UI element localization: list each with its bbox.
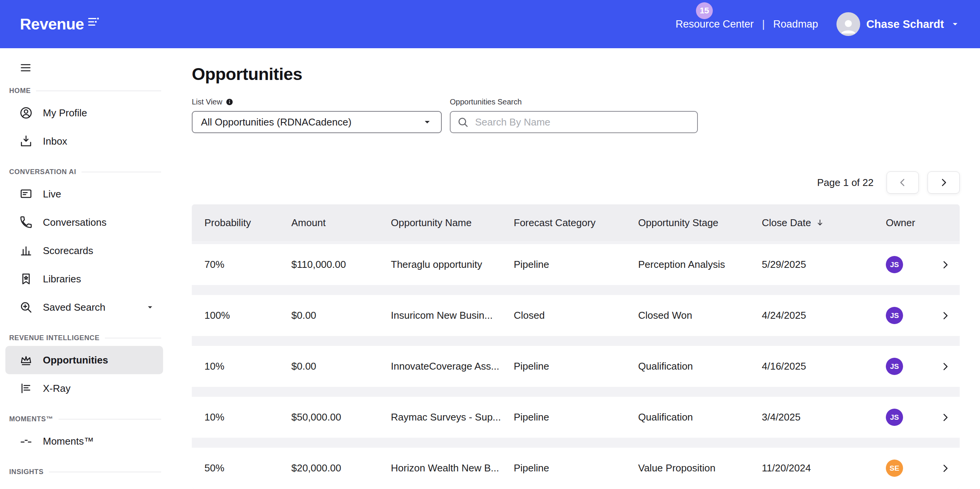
cell-forecast-category: Pipeline [501, 462, 626, 474]
table-body: 70% $110,000.00 Theraglu opportunity Pip… [192, 244, 960, 489]
owner-avatar: JS [886, 409, 903, 426]
prev-page-button[interactable] [887, 171, 919, 194]
section-divider [36, 91, 161, 91]
table-row[interactable]: 100% $0.00 Insuricom New Busin... Closed… [192, 295, 960, 336]
sidebar-item-scorecards[interactable]: Scorecards [5, 236, 163, 265]
cell-opportunity-name: Theraglu opportunity [378, 259, 501, 271]
notification-badge[interactable]: 15 [696, 2, 713, 19]
chevron-right-icon [939, 463, 951, 474]
list-view-label-row: List View [192, 97, 442, 106]
sidebar-section-insights: INSIGHTS [9, 467, 161, 477]
cell-amount: $0.00 [279, 360, 378, 372]
sidebar-item-icon-slot [19, 106, 33, 120]
sidebar-item-live[interactable]: Live [5, 180, 163, 208]
sidebar-item-libraries[interactable]: Libraries [5, 265, 163, 293]
row-open-button[interactable] [931, 259, 960, 271]
cell-close-date: 11/20/2024 [749, 462, 873, 474]
column-header-forecast-category[interactable]: Forecast Category [501, 217, 626, 229]
sidebar-item-icon-slot [19, 300, 33, 314]
table-row[interactable]: 10% $50,000.00 Raymac Surveys - Sup... P… [192, 397, 960, 438]
search-label: Opportunities Search [450, 98, 522, 106]
scorecards-icon [19, 244, 33, 258]
table-row[interactable]: 10% $0.00 InnovateCoverage Ass... Pipeli… [192, 346, 960, 387]
section-divider [59, 419, 161, 419]
conversations-icon [19, 215, 33, 229]
chevron-right-icon [939, 310, 951, 321]
select-caret-icon [422, 117, 433, 127]
column-header-opportunity-name[interactable]: Opportunity Name [378, 217, 501, 229]
column-label: Forecast Category [514, 217, 596, 229]
column-header-amount[interactable]: Amount [279, 217, 378, 229]
page-title: Opportunities [192, 64, 960, 84]
person-icon [838, 16, 858, 36]
user-menu[interactable]: Chase Schardt [836, 12, 960, 36]
cell-opportunity-stage: Closed Won [626, 310, 749, 321]
sidebar-item-opportunities[interactable]: Opportunities [5, 346, 163, 374]
cell-amount: $50,000.00 [279, 411, 378, 423]
column-header-probability[interactable]: Probability [192, 217, 279, 229]
sidebar-item-icon-slot [19, 353, 33, 367]
next-page-button[interactable] [928, 171, 960, 194]
table-row[interactable]: 50% $20,000.00 Horizon Wealth New B... P… [192, 448, 960, 489]
notification-count: 15 [700, 6, 709, 16]
sidebar-item-moments[interactable]: Moments™ [5, 427, 163, 455]
cell-probability: 100% [192, 310, 279, 321]
resource-center-link[interactable]: Resource Center [676, 18, 754, 30]
sidebar-item-label: Moments™ [43, 435, 94, 447]
sidebar-item-conversations[interactable]: Conversations [5, 208, 163, 236]
brand-text: Revenue [20, 15, 84, 33]
search-field: Opportunities Search [450, 97, 698, 133]
roadmap-link[interactable]: Roadmap [773, 18, 818, 30]
row-open-button[interactable] [931, 412, 960, 423]
section-divider [82, 172, 161, 172]
hamburger-icon [18, 62, 33, 74]
sidebar-item-icon-slot [19, 244, 33, 258]
row-open-button[interactable] [931, 361, 960, 372]
caret-down-icon [950, 19, 960, 29]
caret-down-icon [145, 303, 155, 312]
user-avatar [836, 12, 860, 36]
cell-forecast-category: Pipeline [501, 360, 626, 372]
cell-opportunity-stage: Perception Analysis [626, 259, 749, 271]
brand-logo[interactable]: Revenue [20, 15, 101, 33]
info-icon[interactable] [225, 98, 234, 106]
cell-forecast-category: Closed [501, 310, 626, 321]
row-open-button[interactable] [931, 463, 960, 474]
pagination-text: Page 1 of 22 [817, 177, 874, 189]
search-input[interactable] [474, 116, 691, 129]
sidebar-item-label: Inbox [43, 135, 67, 147]
cell-amount: $110,000.00 [279, 259, 378, 271]
sidebar: HOME My Profile Inbox CONVERSATION AI Li… [0, 48, 170, 489]
search-box [450, 111, 698, 133]
owner-avatar: JS [886, 307, 903, 324]
search-icon [457, 116, 469, 128]
cell-close-date: 4/24/2025 [749, 310, 873, 321]
sidebar-item-my-profile[interactable]: My Profile [5, 99, 163, 127]
cell-opportunity-name: InnovateCoverage Ass... [378, 360, 501, 372]
table-row[interactable]: 70% $110,000.00 Theraglu opportunity Pip… [192, 244, 960, 285]
sidebar-item-inbox[interactable]: Inbox [5, 127, 163, 155]
sidebar-section-moments: MOMENTS™ [9, 414, 161, 424]
column-header-owner[interactable]: Owner [873, 217, 931, 229]
cell-opportunity-stage: Value Proposition [626, 462, 749, 474]
owner-avatar: JS [886, 358, 903, 375]
sidebar-item-x-ray[interactable]: X-Ray [5, 374, 163, 403]
chevron-right-icon [938, 177, 949, 188]
list-view-select[interactable]: All Opportunities (RDNACadence) [192, 111, 442, 133]
sidebar-item-icon-slot [19, 215, 33, 229]
sidebar-item-icon-slot [19, 134, 33, 148]
sidebar-section-label: HOME [9, 87, 31, 95]
search-label-row: Opportunities Search [450, 97, 698, 106]
column-header-opportunity-stage[interactable]: Opportunity Stage [626, 217, 749, 229]
inbox-icon [19, 134, 33, 148]
live-icon [19, 187, 33, 201]
column-header-close-date[interactable]: Close Date [749, 217, 873, 229]
user-name: Chase Schardt [866, 18, 944, 31]
cell-opportunity-stage: Qualification [626, 411, 749, 423]
cell-opportunity-stage: Qualification [626, 360, 749, 372]
row-open-button[interactable] [931, 310, 960, 321]
menu-toggle-button[interactable] [18, 61, 34, 74]
chevron-right-icon [939, 361, 951, 372]
sidebar-item-saved-search[interactable]: Saved Search [5, 293, 163, 321]
section-divider [49, 472, 161, 472]
